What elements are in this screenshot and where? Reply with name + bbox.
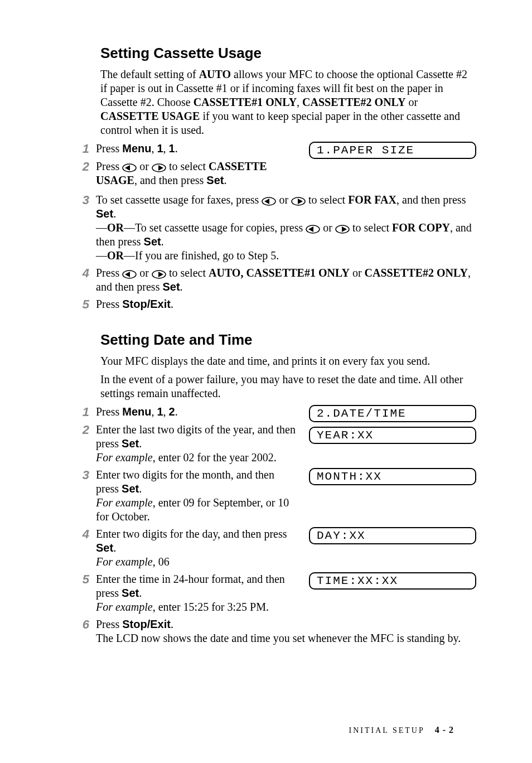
t: FOR COPY xyxy=(392,221,450,234)
t: , and then press xyxy=(396,194,466,206)
arrow-left-icon xyxy=(306,225,320,234)
t: Menu xyxy=(122,142,151,154)
t: or xyxy=(137,267,152,279)
lcd-display: DAY:XX xyxy=(309,527,476,544)
section2-intro2: In the event of a power failure, you may… xyxy=(100,373,476,400)
section2-heading: Setting Date and Time xyxy=(100,331,476,349)
arrow-right-icon xyxy=(291,197,306,206)
t: CASSETTE#2 ONLY xyxy=(365,267,468,279)
t: . xyxy=(139,437,142,450)
t: CASSETTE#1 ONLY xyxy=(194,96,297,108)
t: Set xyxy=(122,482,139,495)
t: , enter 15:25 for 3:25 PM. xyxy=(153,601,269,613)
t: 2 xyxy=(169,405,175,418)
t: The LCD now shows the date and time you … xyxy=(96,632,461,644)
step3-text: To set cassette usage for faxes, press o… xyxy=(96,193,476,263)
t: . xyxy=(139,587,142,599)
arrow-left-icon xyxy=(122,270,137,279)
arrow-right-icon xyxy=(152,270,166,279)
t: . xyxy=(224,174,226,186)
t: OR xyxy=(107,249,124,262)
s2-step5: Enter the time in 24-hour format, and th… xyxy=(96,572,298,614)
t: — xyxy=(96,249,107,262)
t: or xyxy=(406,96,418,108)
step-number: 4 xyxy=(72,266,89,281)
t: . xyxy=(161,235,164,248)
t: , xyxy=(163,405,169,418)
section2-intro1: Your MFC displays the date and time, and… xyxy=(100,354,476,368)
step-number: 4 xyxy=(72,527,89,542)
t: The default setting of xyxy=(100,68,199,80)
t: , xyxy=(151,142,157,154)
t: CASSETTE USAGE xyxy=(100,110,200,122)
t: Press xyxy=(96,405,122,418)
arrow-left-icon xyxy=(122,163,137,172)
t: . xyxy=(180,281,183,293)
t: Stop/Exit xyxy=(122,618,171,630)
t: . xyxy=(113,542,116,554)
t: For example xyxy=(96,451,153,463)
t: Press xyxy=(96,298,122,310)
t: , and then press xyxy=(134,174,206,186)
t: to select xyxy=(166,160,209,172)
t: Press xyxy=(96,142,122,154)
t: Set xyxy=(96,207,113,220)
step-number: 1 xyxy=(72,405,89,419)
step5-text: Press Stop/Exit. xyxy=(96,297,476,311)
step-number: 1 xyxy=(72,142,89,156)
t: , xyxy=(297,96,302,108)
t: For example xyxy=(96,601,153,613)
t: . xyxy=(175,142,178,154)
t: to select xyxy=(350,221,392,234)
s2-step2: Enter the last two digits of the year, a… xyxy=(96,423,298,465)
t: For example xyxy=(96,556,153,568)
t: AUTO xyxy=(199,68,231,80)
lcd-display: YEAR:XX xyxy=(309,427,476,444)
t: CASSETTE#2 ONLY xyxy=(302,96,405,108)
t: . xyxy=(113,207,116,220)
arrow-right-icon xyxy=(152,163,166,172)
section1-intro: The default setting of AUTO allows your … xyxy=(100,67,476,137)
step-number: 5 xyxy=(72,572,89,587)
t: Set xyxy=(122,437,139,450)
t: AUTO, CASSETTE#1 ONLY xyxy=(209,267,350,279)
step-number: 2 xyxy=(72,160,89,174)
t: 1 xyxy=(169,142,175,154)
t: , xyxy=(151,405,157,418)
lcd-display: MONTH:XX xyxy=(309,468,476,485)
t: . xyxy=(139,482,142,495)
lcd-display: 2.DATE/TIME xyxy=(309,405,476,422)
t: , xyxy=(163,142,169,154)
step1-text: Press Menu, 1, 1. xyxy=(96,142,298,156)
step-number: 2 xyxy=(72,423,89,437)
s2-step1: Press Menu, 1, 2. xyxy=(96,405,298,419)
s2-step6: Press Stop/Exit. The LCD now shows the d… xyxy=(96,617,476,645)
s2-step4: Enter two digits for the day, and then p… xyxy=(96,527,298,569)
t: to select xyxy=(166,267,209,279)
t: OR xyxy=(107,221,124,234)
t: Enter two digits for the day, and then p… xyxy=(96,528,287,540)
t: to select xyxy=(306,194,348,206)
t: — xyxy=(96,221,107,234)
t: Set xyxy=(206,174,224,186)
t: , enter 02 for the year 2002. xyxy=(153,451,277,463)
t: , 06 xyxy=(153,556,170,568)
page-footer: INITIAL SETUP4 - 2 xyxy=(349,725,454,735)
lcd-display: TIME:XX:XX xyxy=(309,572,476,590)
footer-label: INITIAL SETUP xyxy=(349,726,425,735)
t: Press xyxy=(96,618,122,630)
page-number: 4 - 2 xyxy=(435,725,454,735)
t: . xyxy=(175,405,178,418)
step2-text: Press or to select CASSETTE USAGE, and t… xyxy=(96,160,298,187)
step4-text: Press or to select AUTO, CASSETTE#1 ONLY… xyxy=(96,266,476,294)
t: Set xyxy=(144,235,161,248)
step-number: 3 xyxy=(72,193,89,207)
t: Set xyxy=(122,587,139,599)
s2-step3: Enter two digits for the month, and then… xyxy=(96,468,298,524)
arrow-right-icon xyxy=(335,225,350,234)
t: Menu xyxy=(122,405,151,418)
t: Press xyxy=(96,267,122,279)
step-number: 3 xyxy=(72,468,89,482)
t: 1 xyxy=(157,142,163,154)
t: or xyxy=(320,221,335,234)
